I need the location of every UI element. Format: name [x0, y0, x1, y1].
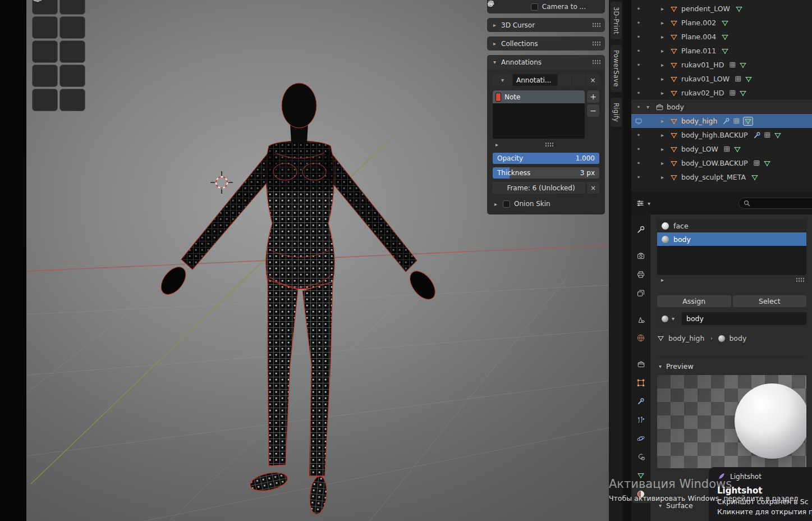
tool-button-wedge[interactable] — [32, 89, 58, 111]
drag-handle-icon[interactable] — [592, 22, 600, 28]
outliner-item-pendent_LOW[interactable]: •▸pendent_LOW — [631, 2, 812, 16]
select-button[interactable]: Select — [733, 295, 807, 307]
object-data-icon[interactable] — [751, 173, 759, 181]
grid-icon[interactable] — [764, 131, 771, 139]
properties-tab-tool[interactable] — [631, 220, 650, 239]
material-slot-face[interactable]: face — [657, 219, 806, 232]
assign-button[interactable]: Assign — [657, 295, 731, 307]
modifiers-icon[interactable] — [753, 131, 761, 139]
properties-tab-view-layer[interactable] — [631, 284, 650, 302]
thickness-slider[interactable]: Thickness 3 px — [493, 167, 599, 179]
properties-tab-object[interactable] — [631, 373, 650, 392]
frame-lock-button[interactable]: Frame: 6 (Unlocked) — [493, 182, 585, 194]
object-data-icon[interactable] — [743, 117, 753, 126]
outliner-item-body_LOW[interactable]: •▸body_LOW — [631, 142, 812, 156]
properties-tab-object-data[interactable] — [631, 466, 650, 485]
object-data-icon[interactable] — [733, 145, 741, 153]
outliner-item-Plane.004[interactable]: •▸Plane.004 — [631, 30, 812, 44]
object-data-icon[interactable] — [739, 89, 747, 97]
expander-icon[interactable]: ▸ — [661, 118, 669, 124]
remove-layer-button[interactable]: − — [587, 104, 599, 117]
onion-skin-checkbox[interactable] — [503, 200, 510, 208]
drag-handle-icon[interactable] — [545, 142, 553, 147]
panel-header-3d-cursor[interactable]: ▸ 3D Cursor — [487, 18, 605, 32]
editor-type-menu[interactable]: ▾ — [636, 199, 652, 208]
chevron-right-icon[interactable]: ▸ — [494, 141, 500, 148]
outliner-item-rukav01_LOW[interactable]: •▸rukav01_LOW — [631, 72, 812, 86]
chevron-right-icon[interactable]: ▸ — [659, 277, 666, 283]
grid-icon[interactable] — [729, 89, 736, 97]
properties-tab-render[interactable] — [631, 246, 650, 265]
tool-button-sphere-segment[interactable] — [32, 40, 58, 63]
expander-icon[interactable]: ▸ — [661, 90, 669, 96]
expander-icon[interactable]: ▸ — [661, 6, 669, 12]
material-name-field[interactable]: body — [682, 312, 806, 325]
outliner-item-rukav01_HD[interactable]: •▸rukav01_HD — [631, 58, 812, 72]
tool-button-sphere[interactable] — [59, 40, 85, 63]
tool-button-cube-outline[interactable] — [32, 65, 58, 87]
annotation-layer-note[interactable]: Note — [493, 90, 585, 103]
outliner-item-Plane.011[interactable]: •▸Plane.011 — [631, 44, 812, 58]
outliner-item-Plane.002[interactable]: •▸Plane.002 — [631, 16, 812, 30]
object-data-icon[interactable] — [745, 75, 753, 83]
material-slot-body[interactable]: body — [657, 232, 806, 246]
panel-header-collections[interactable]: ▸ Collections — [487, 36, 605, 51]
duplicate-button[interactable] — [572, 74, 585, 86]
properties-tab-scene[interactable] — [631, 310, 650, 328]
expander-icon[interactable]: ▸ — [661, 62, 669, 68]
preview-panel-header[interactable]: ▾ Preview — [657, 357, 806, 371]
drag-handle-icon[interactable] — [796, 277, 804, 282]
viewport-3d[interactable]: Camera to ... ▸ 3D Cursor ▸ Collections … — [26, 0, 609, 521]
properties-search-input[interactable] — [738, 198, 812, 209]
lightshot-notification[interactable]: Lightshot Lightshot Скриншот сохранён в … — [709, 467, 812, 521]
expander-icon[interactable]: ▸ — [661, 20, 669, 26]
breadcrumb-material[interactable]: body — [729, 334, 746, 342]
modifiers-icon[interactable] — [722, 117, 730, 125]
expander-icon[interactable]: ▸ — [661, 48, 669, 54]
opacity-slider[interactable]: Opacity 1.000 — [493, 153, 599, 164]
outliner-item-rukav02_HD[interactable]: •▸rukav02_HD — [631, 86, 812, 100]
object-data-icon[interactable] — [721, 19, 729, 27]
object-data-icon[interactable] — [774, 131, 782, 139]
grid-icon[interactable] — [733, 117, 740, 125]
tab-3d-print[interactable]: 3D-Print — [611, 2, 622, 39]
expander-icon[interactable]: ▸ — [661, 76, 669, 82]
chevron-right-icon[interactable]: ▸ — [493, 201, 499, 207]
grid-icon[interactable] — [735, 75, 742, 83]
expander-icon[interactable]: ▸ — [661, 160, 669, 166]
expander-icon[interactable]: ▾ — [646, 104, 654, 110]
annotation-datablock-menu[interactable]: ▾ — [493, 74, 512, 86]
frame-clear-button[interactable]: × — [587, 182, 599, 194]
grid-icon[interactable] — [753, 159, 760, 167]
properties-tab-collection[interactable] — [631, 355, 650, 373]
shield-button[interactable] — [558, 74, 571, 86]
layer-color-swatch[interactable] — [496, 93, 501, 102]
unlink-button[interactable]: × — [586, 74, 599, 86]
properties-tab-modifiers[interactable] — [631, 392, 650, 410]
add-layer-button[interactable]: + — [587, 90, 599, 103]
tool-button-cube-shadow[interactable] — [59, 89, 85, 111]
breadcrumb-object[interactable]: body_high — [668, 334, 704, 342]
tab-powersave[interactable]: PowerSave — [611, 45, 622, 92]
tool-button-torus[interactable] — [59, 16, 85, 39]
tool-button-cube[interactable] — [32, 16, 58, 39]
properties-tab-physics[interactable] — [631, 429, 650, 447]
properties-tab-material[interactable] — [631, 485, 650, 503]
object-data-icon[interactable] — [739, 61, 747, 69]
properties-tab-output[interactable] — [631, 265, 650, 284]
outliner-item-body_sculpt_META[interactable]: •▸body_sculpt_META — [631, 170, 812, 184]
outliner-item-body_LOW.BACKUP[interactable]: •▸body_LOW.BACKUP — [631, 156, 812, 170]
outliner-item-body_high.BACKUP[interactable]: •▸body_high.BACKUP — [631, 128, 812, 142]
object-data-icon[interactable] — [721, 47, 729, 55]
properties-tab-constraints[interactable] — [631, 447, 650, 466]
drag-handle-icon[interactable] — [592, 60, 600, 65]
grid-icon[interactable] — [723, 145, 731, 153]
properties-tab-particles[interactable] — [631, 410, 650, 429]
properties-tab-world[interactable] — [631, 328, 650, 347]
object-data-icon[interactable] — [735, 5, 743, 13]
expander-icon[interactable]: ▸ — [661, 146, 669, 152]
annotation-name-field[interactable]: Annotati... — [513, 74, 557, 86]
outliner-item-body[interactable]: •▾body — [631, 100, 812, 114]
object-data-icon[interactable] — [763, 159, 771, 167]
camera-to-view-checkbox[interactable] — [531, 3, 538, 11]
